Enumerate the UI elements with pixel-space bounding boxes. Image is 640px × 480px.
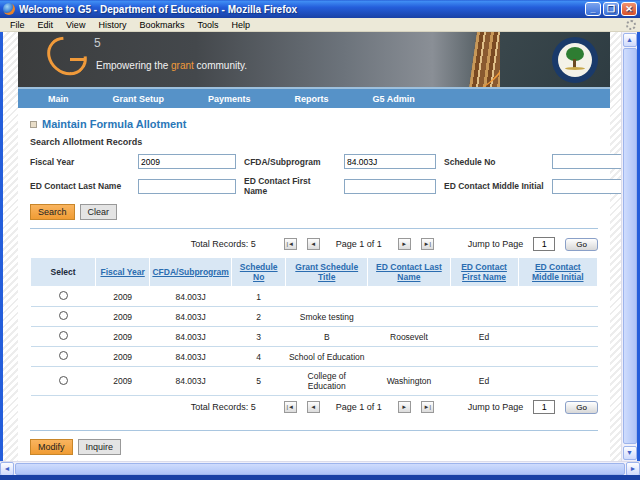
cell-middle-initial — [518, 327, 597, 347]
vertical-scroll-thumb[interactable] — [623, 48, 637, 444]
schedule-no-label: Schedule No — [444, 157, 544, 167]
next-page-button[interactable]: ► — [398, 401, 411, 413]
row-select-radio[interactable] — [59, 311, 68, 320]
g5-banner: 5 Empowering the grant community. — [18, 32, 610, 87]
nav-payments[interactable]: Payments — [194, 94, 265, 104]
first-page-button[interactable]: |◄ — [284, 238, 297, 250]
cell-middle-initial — [518, 367, 597, 396]
g5-logo-five: 5 — [94, 36, 101, 50]
col-grant-schedule-title[interactable]: Grant Schedule Title — [286, 258, 368, 287]
tagline-pre: Empowering the — [96, 60, 171, 71]
cell-first-name — [450, 287, 518, 307]
horizontal-scrollbar[interactable]: ◄ ► — [0, 461, 640, 475]
jump-to-page-input[interactable] — [533, 237, 555, 251]
ed-contact-first-name-field[interactable] — [344, 179, 436, 194]
modify-button[interactable]: Modify — [30, 439, 73, 455]
cell-fiscal-year: 2009 — [96, 307, 150, 327]
prev-page-button[interactable]: ◄ — [307, 238, 320, 250]
cell-fiscal-year: 2009 — [96, 327, 150, 347]
page-indicator: Page 1 of 1 — [336, 402, 382, 412]
section-title: Search Allotment Records — [30, 137, 598, 147]
col-cfda-subprogram[interactable]: CFDA/Subprogram — [150, 258, 232, 287]
nav-reports[interactable]: Reports — [281, 94, 343, 104]
scroll-down-icon[interactable]: ▼ — [623, 446, 637, 460]
cell-first-name: Ed — [450, 327, 518, 347]
horizontal-scroll-thumb[interactable] — [15, 463, 625, 475]
cell-title: College of Education — [286, 367, 368, 396]
divider — [30, 228, 598, 229]
col-ed-contact-last-name[interactable]: ED Contact Last Name — [368, 258, 450, 287]
g5-logo-bar — [70, 58, 84, 61]
row-select-radio[interactable] — [59, 331, 68, 340]
prev-page-button[interactable]: ◄ — [307, 401, 320, 413]
cfda-subprogram-label: CFDA/Subprogram — [244, 157, 336, 167]
menu-view[interactable]: View — [60, 20, 91, 30]
table-row: 2009 84.003J 5 College of Education Wash… — [31, 367, 598, 396]
cell-last-name — [368, 287, 450, 307]
vertical-scrollbar[interactable]: ▲ ▼ — [621, 32, 637, 461]
go-button[interactable]: Go — [565, 401, 598, 414]
cell-first-name: Ed — [450, 367, 518, 396]
cell-cfda: 84.003J — [150, 347, 232, 367]
jump-to-page-label: Jump to Page — [468, 239, 524, 249]
cell-schedule-no: 1 — [232, 287, 286, 307]
cell-schedule-no: 3 — [232, 327, 286, 347]
menu-tools[interactable]: Tools — [191, 20, 224, 30]
cell-fiscal-year: 2009 — [96, 287, 150, 307]
cell-first-name — [450, 347, 518, 367]
tagline-highlight: grant — [171, 60, 194, 71]
next-page-button[interactable]: ► — [398, 238, 411, 250]
row-select-radio[interactable] — [59, 291, 68, 300]
menu-history[interactable]: History — [92, 20, 132, 30]
cfda-subprogram-field[interactable] — [344, 154, 436, 169]
page-viewport: 5 Empowering the grant community. Main G… — [3, 32, 621, 461]
menu-file[interactable]: File — [4, 20, 31, 30]
fiscal-year-field[interactable] — [138, 154, 236, 169]
row-select-radio[interactable] — [59, 376, 68, 385]
ed-contact-last-name-label: ED Contact Last Name — [30, 181, 130, 191]
nav-main[interactable]: Main — [34, 94, 83, 104]
col-schedule-no[interactable]: Schedule No — [232, 258, 286, 287]
nav-grant-setup[interactable]: Grant Setup — [99, 94, 179, 104]
restore-button[interactable]: ❐ — [603, 2, 619, 16]
cell-last-name: Washington — [368, 367, 450, 396]
cell-title: B — [286, 327, 368, 347]
table-row: 2009 84.003J 3 B Roosevelt Ed — [31, 327, 598, 347]
first-page-button[interactable]: |◄ — [284, 401, 297, 413]
divider — [30, 430, 598, 431]
cell-first-name — [450, 307, 518, 327]
last-page-button[interactable]: ►| — [421, 401, 434, 413]
menu-bookmarks[interactable]: Bookmarks — [133, 20, 190, 30]
ed-contact-last-name-field[interactable] — [138, 179, 236, 194]
scroll-up-icon[interactable]: ▲ — [623, 33, 637, 47]
menu-edit[interactable]: Edit — [32, 20, 60, 30]
col-ed-contact-middle-initial[interactable]: ED Contact Middle Initial — [518, 258, 597, 287]
cell-schedule-no: 4 — [232, 347, 286, 367]
total-records-label: Total Records: 5 — [191, 402, 256, 412]
row-select-radio[interactable] — [59, 351, 68, 360]
page-title: Maintain Formula Allotment — [42, 118, 186, 130]
table-row: 2009 84.003J 1 — [31, 287, 598, 307]
pagination-top: Total Records: 5 |◄ ◄ Page 1 of 1 ► ►| J… — [30, 237, 598, 251]
cell-cfda: 84.003J — [150, 287, 232, 307]
cell-fiscal-year: 2009 — [96, 367, 150, 396]
table-row: 2009 84.003J 4 School of Education — [31, 347, 598, 367]
clear-button[interactable]: Clear — [80, 204, 118, 220]
schedule-no-field[interactable] — [552, 154, 621, 169]
menu-help[interactable]: Help — [225, 20, 256, 30]
window-bottom-border — [0, 475, 640, 480]
close-button[interactable]: ✕ — [621, 2, 637, 16]
col-fiscal-year[interactable]: Fiscal Year — [96, 258, 150, 287]
inquire-button[interactable]: Inquire — [78, 439, 122, 455]
nav-g5-admin[interactable]: G5 Admin — [359, 94, 429, 104]
scroll-left-icon[interactable]: ◄ — [0, 462, 14, 476]
minimize-button[interactable]: _ — [585, 2, 601, 16]
title-square-icon — [30, 121, 37, 128]
jump-to-page-input[interactable] — [533, 400, 555, 414]
col-ed-contact-first-name[interactable]: ED Contact First Name — [450, 258, 518, 287]
scroll-right-icon[interactable]: ► — [626, 462, 640, 476]
last-page-button[interactable]: ►| — [421, 238, 434, 250]
go-button[interactable]: Go — [565, 238, 598, 251]
search-button[interactable]: Search — [30, 204, 75, 220]
ed-contact-middle-initial-field[interactable] — [552, 179, 621, 194]
